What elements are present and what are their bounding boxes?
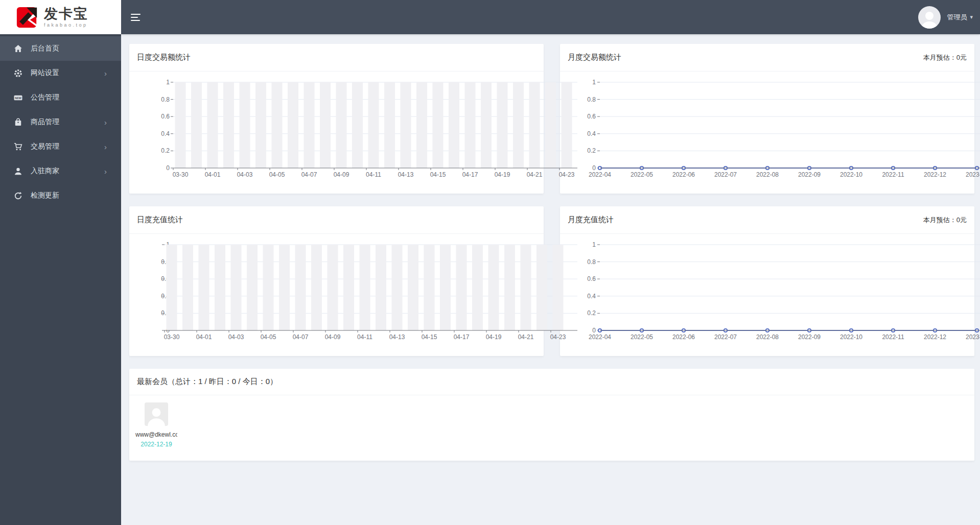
svg-text:04-15: 04-15 (430, 171, 446, 178)
member-avatar (145, 402, 168, 426)
svg-text:2022-12: 2022-12 (924, 333, 946, 341)
daily-recharge-chart[interactable]: 10.80.60.40.2003-3004-0104-0304-0504-070… (153, 234, 580, 351)
svg-text:04-11: 04-11 (357, 333, 372, 341)
svg-text:2023-01: 2023-01 (966, 171, 980, 178)
svg-text:2022-08: 2022-08 (756, 171, 779, 178)
panel-title: 日度充值统计 (137, 215, 183, 225)
panel-title: 最新会员（总计：1 / 昨日：0 / 今日：0） (137, 377, 277, 387)
svg-text:2022-05: 2022-05 (631, 333, 653, 341)
person-icon (921, 9, 938, 29)
svg-text:NEW: NEW (15, 97, 21, 100)
sidebar-item-label: 入驻商家 (31, 166, 59, 176)
svg-text:04-01: 04-01 (196, 333, 212, 341)
svg-text:0.4: 0.4 (587, 130, 596, 137)
svg-text:2022-06: 2022-06 (672, 333, 695, 341)
svg-text:04-15: 04-15 (422, 333, 437, 341)
svg-text:0.8: 0.8 (587, 96, 596, 103)
sidebar-item-merchants[interactable]: 入驻商家› (0, 159, 121, 183)
svg-text:04-17: 04-17 (454, 333, 470, 341)
svg-text:04-09: 04-09 (325, 333, 341, 341)
sidebar-item-label: 公告管理 (31, 93, 59, 102)
panel-newest-members: 最新会员（总计：1 / 昨日：0 / 今日：0） www@dkewl.com 2… (129, 369, 974, 461)
daily-transactions-chart[interactable]: 10.80.60.40.2003-3004-0104-0304-0504-070… (153, 71, 580, 189)
svg-text:1: 1 (166, 79, 170, 86)
svg-text:2022-12: 2022-12 (924, 171, 946, 178)
svg-text:2022-10: 2022-10 (840, 333, 862, 341)
svg-text:04-23: 04-23 (550, 333, 566, 341)
svg-text:2022-07: 2022-07 (714, 171, 737, 178)
home-icon (14, 44, 22, 53)
sidebar-item-label: 检测更新 (31, 191, 59, 200)
svg-text:0.6: 0.6 (587, 275, 596, 282)
sidebar-item-announcements[interactable]: NEW公告管理 (0, 85, 121, 110)
sidebar-item-label: 后台首页 (31, 44, 59, 53)
svg-text:2023-01: 2023-01 (966, 333, 980, 341)
cart-icon (14, 142, 22, 151)
person-icon (147, 405, 166, 426)
sidebar-item-products[interactable]: 商品管理› (0, 110, 121, 134)
svg-text:1: 1 (592, 241, 596, 248)
logo[interactable]: 发卡宝 fakabao.top (0, 0, 121, 34)
panel-title: 日度交易额统计 (137, 53, 191, 62)
svg-text:0.8: 0.8 (161, 96, 170, 103)
sidebar-item-label: 网站设置 (31, 68, 59, 78)
svg-text:0.2: 0.2 (587, 147, 596, 154)
sidebar-nav: 后台首页网站设置›NEW公告管理商品管理›交易管理›入驻商家›检测更新 (0, 36, 121, 208)
brand-domain: fakabao.top (44, 22, 88, 28)
svg-text:04-13: 04-13 (389, 333, 405, 341)
svg-text:0.4: 0.4 (587, 293, 596, 300)
member-email: www@dkewl.com (135, 431, 177, 438)
svg-text:04-03: 04-03 (237, 171, 253, 178)
chevron-right-icon: › (104, 69, 107, 77)
svg-text:0: 0 (592, 164, 596, 172)
svg-text:2022-04: 2022-04 (589, 171, 611, 178)
sidebar-item-label: 商品管理 (31, 117, 59, 127)
svg-text:2022-04: 2022-04 (589, 333, 611, 341)
svg-text:04-17: 04-17 (462, 171, 478, 178)
svg-text:2022-08: 2022-08 (756, 333, 779, 341)
svg-text:04-07: 04-07 (301, 171, 317, 178)
svg-text:04-11: 04-11 (366, 171, 381, 178)
svg-text:0: 0 (166, 164, 170, 172)
monthly-transactions-chart[interactable]: 10.80.60.40.202022-042022-052022-062022-… (572, 71, 980, 189)
sidebar-item-transactions[interactable]: 交易管理› (0, 134, 121, 159)
sidebar-item-site-settings[interactable]: 网站设置› (0, 61, 121, 85)
panel-title: 月度交易额统计 (568, 53, 621, 62)
brand-name: 发卡宝 (44, 7, 88, 21)
svg-text:2022-10: 2022-10 (840, 171, 862, 178)
svg-text:04-09: 04-09 (334, 171, 349, 178)
svg-text:0: 0 (592, 327, 596, 334)
sidebar: 发卡宝 fakabao.top 后台首页网站设置›NEW公告管理商品管理›交易管… (0, 0, 121, 525)
svg-text:0.6: 0.6 (161, 113, 170, 120)
sidebar-item-check-update[interactable]: 检测更新 (0, 183, 121, 208)
member-item: www@dkewl.com 2022-12-19 (134, 402, 178, 448)
monthly-estimate-badge: 本月预估：0元 (923, 53, 967, 62)
panel-title: 月度充值统计 (568, 215, 614, 225)
user-menu[interactable]: 管理员 ▾ (918, 6, 973, 29)
sidebar-item-label: 交易管理 (31, 142, 59, 151)
svg-text:2022-09: 2022-09 (798, 333, 821, 341)
svg-text:04-05: 04-05 (261, 333, 276, 341)
svg-text:1: 1 (592, 79, 596, 86)
user-name: 管理员 (947, 13, 967, 22)
svg-text:04-21: 04-21 (518, 333, 534, 341)
svg-text:04-03: 04-03 (228, 333, 244, 341)
brand-logo-icon (15, 6, 39, 29)
svg-text:04-19: 04-19 (495, 171, 510, 178)
merchant-icon (14, 167, 22, 176)
announcement-icon: NEW (14, 93, 22, 102)
chevron-right-icon: › (104, 143, 107, 151)
hamburger-menu-icon[interactable] (131, 12, 141, 23)
monthly-recharge-chart[interactable]: 10.80.60.40.202022-042022-052022-062022-… (572, 234, 980, 351)
svg-text:2022-07: 2022-07 (714, 333, 737, 341)
chevron-right-icon: › (104, 118, 107, 126)
svg-text:04-19: 04-19 (486, 333, 502, 341)
svg-text:0.2: 0.2 (161, 147, 170, 154)
sidebar-item-dashboard[interactable]: 后台首页 (0, 36, 121, 61)
update-icon (14, 192, 22, 200)
svg-text:04-01: 04-01 (205, 171, 221, 178)
gear-icon (14, 69, 22, 78)
bag-icon (14, 118, 22, 127)
svg-text:04-07: 04-07 (293, 333, 309, 341)
svg-text:04-05: 04-05 (269, 171, 285, 178)
